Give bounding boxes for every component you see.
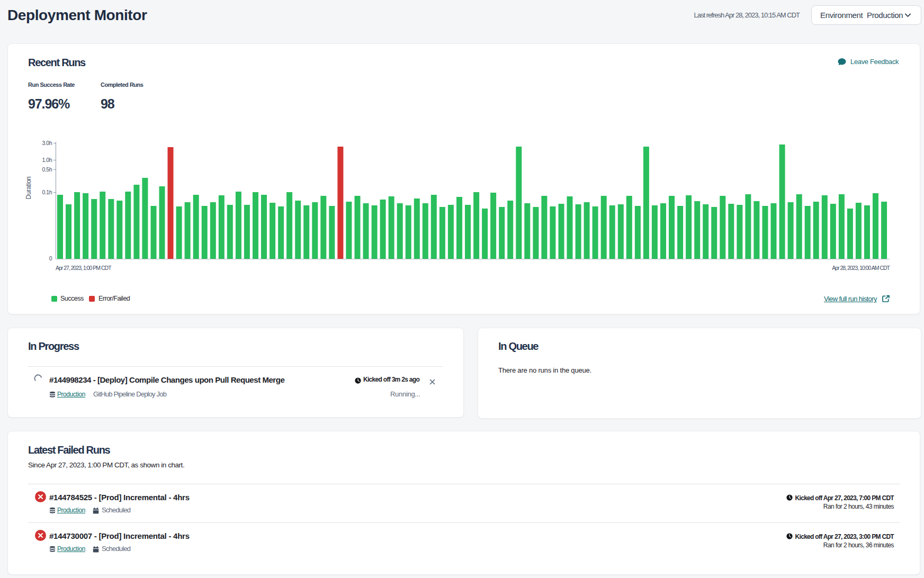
svg-text:0.5h: 0.5h [42,166,52,173]
svg-text:0.1h: 0.1h [42,189,52,195]
svg-text:3.0h: 3.0h [42,140,52,146]
svg-text:0: 0 [49,255,52,261]
svg-text:1.0h: 1.0h [42,157,52,163]
svg-text:Apr 27, 2023, 1:00 PM CDT: Apr 27, 2023, 1:00 PM CDT [56,265,112,271]
svg-text:Apr 28, 2023, 10:00 AM CDT: Apr 28, 2023, 10:00 AM CDT [832,265,890,271]
svg-text:Duration: Duration [25,177,32,200]
